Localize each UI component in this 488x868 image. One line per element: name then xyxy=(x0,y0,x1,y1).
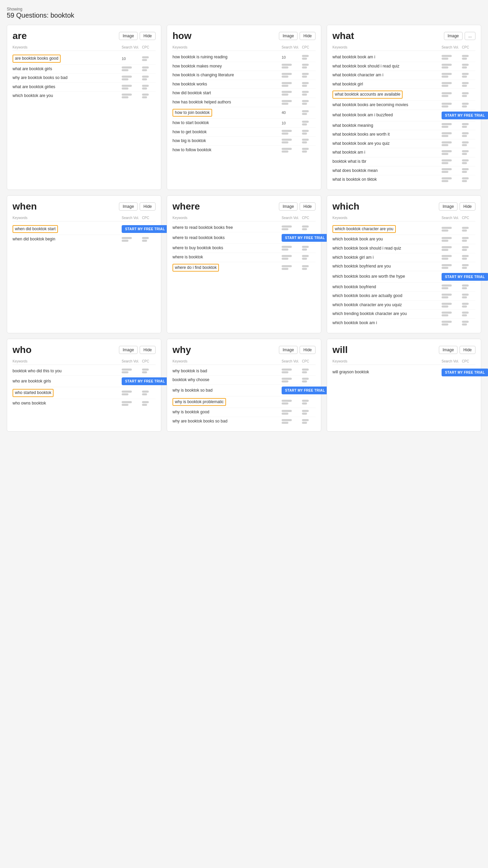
keyword-row: how to start booktok10 xyxy=(172,119,316,128)
btn-hide-which[interactable]: Hide xyxy=(460,202,475,211)
keyword-cpc xyxy=(462,64,475,68)
bar-line xyxy=(282,66,288,68)
col-header-label: Keywords xyxy=(332,359,442,363)
keyword-cpc xyxy=(462,284,475,289)
bar-line xyxy=(282,246,292,248)
btn-hide-who[interactable]: Hide xyxy=(140,346,156,354)
btn-hide-will[interactable]: Hide xyxy=(460,346,475,354)
btn-image-who[interactable]: Image xyxy=(119,346,138,354)
start-trial-button[interactable]: START MY FREE TRIAL xyxy=(282,387,328,394)
btn-image-when[interactable]: Image xyxy=(119,202,138,211)
bar-line xyxy=(442,284,452,287)
bar-line xyxy=(302,113,307,115)
keyword-name: which booktok character are you xyxy=(332,225,442,233)
vol-bar xyxy=(442,55,462,60)
keyword-cpc xyxy=(142,391,156,395)
bar-line xyxy=(282,148,292,150)
cpc-bar xyxy=(462,168,475,173)
btn-hide-where[interactable]: Hide xyxy=(300,202,316,211)
keyword-name: why are booktok books so bad xyxy=(172,419,282,424)
keyword-row: what does booktok mean xyxy=(332,166,475,176)
keyword-cpc xyxy=(462,294,475,298)
start-trial-button[interactable]: START MY FREE TRIAL xyxy=(442,369,488,376)
bar-line xyxy=(302,258,307,260)
start-trial-button[interactable]: START MY FREE TRIAL xyxy=(122,377,168,385)
keyword-row: what booktok book am i buzzfeedSTART MY … xyxy=(332,110,475,121)
card-title-where: where xyxy=(172,201,200,212)
btn-image-will[interactable]: Image xyxy=(439,346,458,354)
keyword-row: what booktok accounts are available xyxy=(332,89,475,101)
bar-line xyxy=(302,265,309,267)
start-trial-button[interactable]: START MY FREE TRIAL xyxy=(282,234,328,242)
keyword-row: what booktok books are becoming movies xyxy=(332,101,475,110)
start-trial-button[interactable]: START MY FREE TRIAL xyxy=(442,273,488,281)
vol-bar xyxy=(442,64,462,68)
btn-image-why[interactable]: Image xyxy=(279,346,298,354)
keyword-name: which booktok girl am i xyxy=(332,255,442,260)
bar-line xyxy=(122,76,132,78)
start-trial-button[interactable]: START MY FREE TRIAL xyxy=(442,112,488,119)
bar-line xyxy=(442,66,448,68)
cpc-bar xyxy=(302,139,316,143)
keyword-name: which booktok book should i read quiz xyxy=(332,246,442,251)
keyword-row: what booktok character am i xyxy=(332,71,475,80)
keyword-row: are booktok books good10 xyxy=(13,53,156,65)
bar-line xyxy=(122,69,128,71)
keyword-name: which booktok boyfriend xyxy=(332,284,442,290)
keyword-row: where to read booktok booksSTART MY FREE… xyxy=(172,232,316,244)
btn-hide-how[interactable]: Hide xyxy=(300,32,316,40)
keyword-highlighted: how to join booktok xyxy=(172,109,212,117)
cpc-bar xyxy=(462,92,475,97)
bar-line xyxy=(142,66,149,68)
keyword-cpc xyxy=(462,321,475,326)
keyword-vol xyxy=(122,76,142,80)
vol-bar xyxy=(442,227,462,232)
card-who: whoImageHideKeywordsSearch Vol.CPCbookto… xyxy=(7,339,161,432)
bar-line xyxy=(282,141,288,143)
btn-hide-why[interactable]: Hide xyxy=(300,346,316,354)
bar-line xyxy=(442,85,448,87)
btn-image-which[interactable]: Image xyxy=(439,202,458,211)
bar-line xyxy=(462,92,469,94)
keyword-cpc xyxy=(462,246,475,251)
bar-line xyxy=(442,246,452,248)
btn-image-how[interactable]: Image xyxy=(279,32,298,40)
keyword-vol xyxy=(442,103,462,107)
keyword-name: what booktok meaning xyxy=(332,123,442,129)
keyword-vol xyxy=(442,321,462,326)
bar-line xyxy=(442,323,448,326)
col-header-label: Search Vol. xyxy=(442,216,462,220)
bar-line xyxy=(282,100,292,102)
cpc-bar xyxy=(462,312,475,316)
start-trial-button[interactable]: START MY FREE TRIAL xyxy=(122,225,168,233)
keyword-vol xyxy=(442,150,462,155)
bar-line xyxy=(462,123,469,125)
btn-hide-when[interactable]: Hide xyxy=(140,202,156,211)
btn-hide-are[interactable]: Hide xyxy=(140,32,156,40)
bar-line xyxy=(122,94,132,96)
bar-line xyxy=(282,380,288,382)
vol-bar xyxy=(282,246,302,251)
btn-image-where[interactable]: Image xyxy=(279,202,298,211)
keyword-vol xyxy=(442,123,462,128)
card-buttons-what: Image... xyxy=(444,32,475,40)
keyword-name: how to join booktok xyxy=(172,109,282,117)
bar-line xyxy=(442,255,452,257)
cpc-bar xyxy=(302,130,316,135)
keyword-cpc xyxy=(302,246,316,251)
cpc-bar xyxy=(302,82,316,87)
col-header-label: CPC xyxy=(462,45,475,49)
bar-line xyxy=(442,141,452,143)
cpc-bar xyxy=(142,391,156,395)
bar-line xyxy=(462,64,469,66)
cpc-bar xyxy=(302,246,316,251)
bar-line xyxy=(442,267,448,269)
btn-image-what[interactable]: Image xyxy=(444,32,463,40)
keyword-name: who owns booktok xyxy=(13,401,122,406)
btn-...-what[interactable]: ... xyxy=(465,32,475,40)
btn-image-are[interactable]: Image xyxy=(119,32,138,40)
cpc-bar xyxy=(462,55,475,60)
col-header-label: Keywords xyxy=(172,45,282,49)
col-header-label: Search Vol. xyxy=(282,359,302,363)
col-header-label: Search Vol. xyxy=(122,216,142,220)
